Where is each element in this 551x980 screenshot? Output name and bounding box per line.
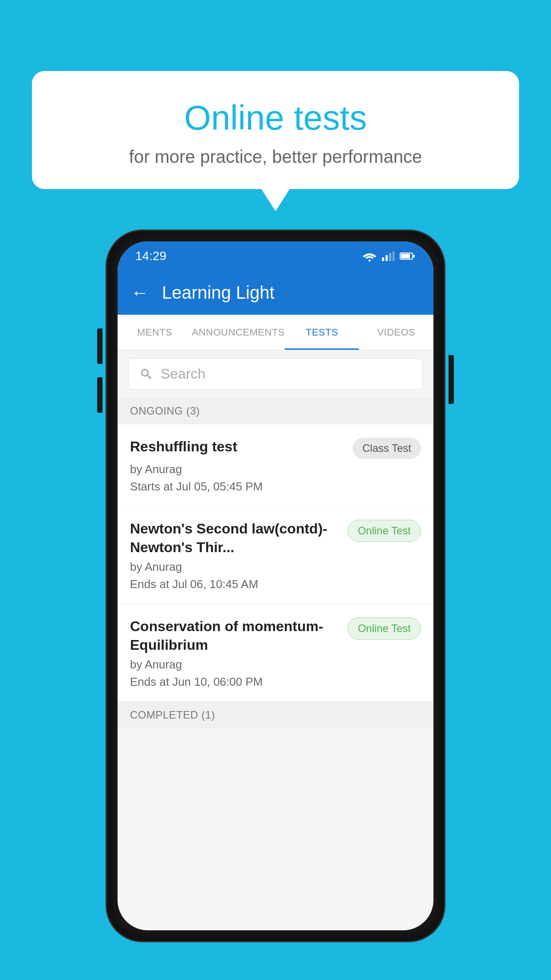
section-ongoing-header: ONGOING (3) xyxy=(118,398,433,424)
speech-bubble-subtitle: for more practice, better performance xyxy=(50,147,501,167)
phone-button-power xyxy=(449,355,454,404)
search-bar[interactable]: Search xyxy=(128,358,423,390)
status-time: 14:29 xyxy=(135,249,166,263)
test-item-header-conservation: Conservation of momentum-Equilibrium Onl… xyxy=(130,617,421,654)
tab-videos[interactable]: VIDEOS xyxy=(359,315,433,350)
test-author-conservation: by Anurag xyxy=(130,658,421,672)
speech-bubble: Online tests for more practice, better p… xyxy=(32,71,519,189)
battery-icon xyxy=(400,252,416,261)
phone-screen: 14:29 xyxy=(118,241,433,930)
test-badge-reshuffling: Class Test xyxy=(353,438,421,459)
test-title-conservation: Conservation of momentum-Equilibrium xyxy=(130,617,340,654)
test-badge-newton: Online Test xyxy=(347,520,421,542)
status-icons xyxy=(362,251,416,261)
test-time-newton: Ends at Jul 06, 10:45 AM xyxy=(130,577,421,591)
svg-rect-3 xyxy=(389,253,391,261)
section-completed-header: COMPLETED (1) xyxy=(118,702,433,728)
speech-bubble-title: Online tests xyxy=(50,98,501,138)
svg-point-0 xyxy=(369,259,371,261)
test-author-newton: by Anurag xyxy=(130,560,421,574)
svg-rect-6 xyxy=(401,254,410,258)
app-title: Learning Light xyxy=(162,283,275,303)
svg-rect-2 xyxy=(386,255,388,261)
test-title-newton: Newton's Second law(contd)-Newton's Thir… xyxy=(130,520,340,557)
search-container: Search xyxy=(118,350,433,398)
test-item-conservation[interactable]: Conservation of momentum-Equilibrium Onl… xyxy=(118,604,433,702)
test-item-header-newton: Newton's Second law(contd)-Newton's Thir… xyxy=(130,520,421,557)
svg-rect-4 xyxy=(393,251,394,261)
signal-icon xyxy=(382,251,394,261)
phone-frame: 14:29 xyxy=(107,231,444,941)
test-item-newton[interactable]: Newton's Second law(contd)-Newton's Thir… xyxy=(118,506,433,604)
test-item-header-reshuffling: Reshuffling test Class Test xyxy=(130,438,421,459)
test-badge-conservation: Online Test xyxy=(347,617,421,640)
phone-button-vol-up xyxy=(97,328,102,364)
tabs-bar: MENTS ANNOUNCEMENTS TESTS VIDEOS xyxy=(118,315,433,350)
search-placeholder: Search xyxy=(161,366,205,382)
wifi-icon xyxy=(362,251,377,261)
test-item-reshuffling[interactable]: Reshuffling test Class Test by Anurag St… xyxy=(118,424,433,506)
tab-announcements[interactable]: ANNOUNCEMENTS xyxy=(192,315,285,350)
status-bar: 14:29 xyxy=(118,241,433,270)
svg-rect-1 xyxy=(382,257,384,261)
back-button[interactable]: ← xyxy=(131,283,149,303)
test-author-reshuffling: by Anurag xyxy=(130,462,421,476)
tab-tests[interactable]: TESTS xyxy=(285,315,359,350)
test-time-conservation: Ends at Jun 10, 06:00 PM xyxy=(130,675,421,689)
svg-rect-7 xyxy=(413,255,415,257)
test-time-reshuffling: Starts at Jul 05, 05:45 PM xyxy=(130,480,421,494)
app-bar: ← Learning Light xyxy=(118,270,433,315)
phone-button-vol-down xyxy=(97,377,102,413)
tab-ments[interactable]: MENTS xyxy=(118,315,192,350)
search-icon xyxy=(139,367,153,381)
phone-mockup: 14:29 xyxy=(107,231,444,941)
test-title-reshuffling: Reshuffling test xyxy=(130,438,346,456)
